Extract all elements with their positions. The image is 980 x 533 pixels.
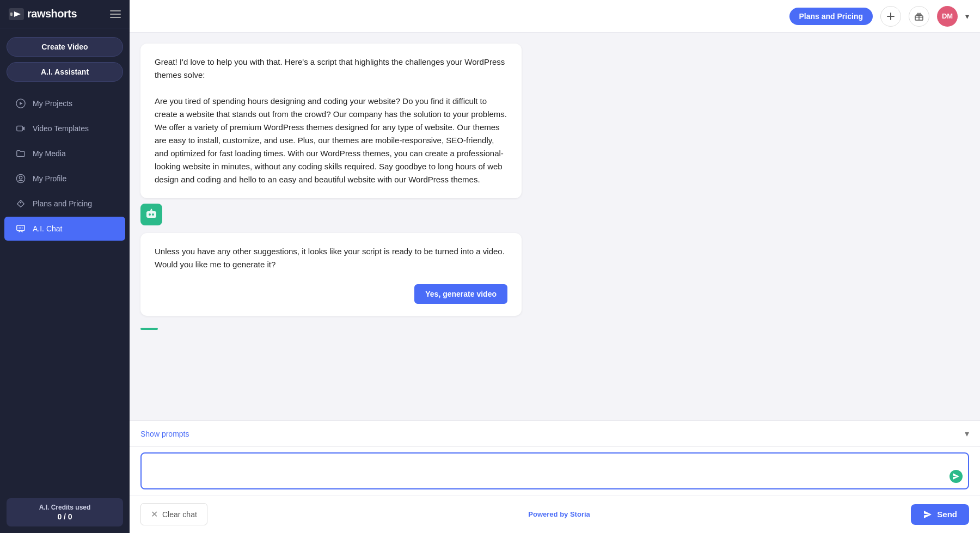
svg-point-12 bbox=[20, 228, 21, 229]
folder-icon bbox=[15, 148, 26, 159]
ai-chat-icon bbox=[15, 223, 26, 234]
svg-point-24 bbox=[151, 209, 152, 210]
svg-rect-20 bbox=[146, 211, 156, 218]
sidebar: rawshorts Create Video A.I. Assistant My… bbox=[0, 0, 130, 533]
send-label: Send bbox=[937, 510, 957, 519]
generate-video-button[interactable]: Yes, generate video bbox=[414, 284, 507, 304]
ai-assistant-button[interactable]: A.I. Assistant bbox=[7, 62, 123, 82]
credits-value: 0 / 0 bbox=[14, 512, 115, 521]
chevron-down-icon[interactable]: ▾ bbox=[965, 12, 969, 21]
sidebar-item-label: My Projects bbox=[33, 99, 72, 108]
create-video-button[interactable]: Create Video bbox=[7, 37, 123, 57]
send-button[interactable]: Send bbox=[911, 504, 969, 525]
chat-container[interactable]: Great! I'd love to help you with that. H… bbox=[130, 33, 980, 420]
input-area bbox=[130, 446, 980, 495]
svg-point-11 bbox=[19, 228, 20, 229]
ai-indicator-bar bbox=[140, 328, 158, 330]
logo-icon bbox=[9, 8, 24, 20]
chat-message-2: Unless you have any other suggestions, i… bbox=[140, 233, 522, 316]
powered-by-brand: Storia bbox=[570, 510, 590, 518]
main: Plans and Pricing DM ▾ Great! I'd love t… bbox=[130, 0, 980, 533]
hamburger-icon[interactable] bbox=[110, 10, 121, 18]
credits-box: A.I. Credits used 0 / 0 bbox=[7, 498, 123, 526]
sidebar-item-my-profile[interactable]: My Profile bbox=[4, 167, 125, 191]
sidebar-item-label: Video Templates bbox=[33, 124, 89, 133]
chat-message-1: Great! I'd love to help you with that. H… bbox=[140, 44, 522, 198]
svg-point-9 bbox=[20, 202, 22, 204]
tag-icon bbox=[15, 198, 26, 209]
plans-pricing-button[interactable]: Plans and Pricing bbox=[789, 8, 873, 25]
powered-by: Powered by Storia bbox=[528, 510, 590, 518]
logo-text: rawshorts bbox=[27, 8, 77, 20]
svg-rect-2 bbox=[10, 13, 13, 16]
add-button[interactable] bbox=[880, 6, 901, 27]
show-prompts-bar[interactable]: Show prompts ▾ bbox=[130, 420, 980, 446]
x-icon: ✕ bbox=[151, 509, 158, 519]
sidebar-header: rawshorts bbox=[0, 0, 130, 28]
play-circle-icon bbox=[15, 98, 26, 109]
send-icon bbox=[950, 470, 963, 483]
clear-chat-label: Clear chat bbox=[162, 510, 197, 519]
bottom-bar: ✕ Clear chat Powered by Storia Send bbox=[130, 495, 980, 533]
clear-chat-button[interactable]: ✕ Clear chat bbox=[140, 503, 207, 525]
chat-input-wrapper bbox=[140, 452, 969, 489]
sidebar-item-label: My Profile bbox=[33, 174, 66, 183]
bot-avatar-1 bbox=[140, 204, 162, 225]
powered-by-text: Powered by bbox=[528, 510, 568, 518]
sidebar-item-my-media[interactable]: My Media bbox=[4, 142, 125, 166]
sidebar-item-label: My Media bbox=[33, 149, 66, 158]
video-icon bbox=[15, 123, 26, 134]
sidebar-item-ai-chat[interactable]: A.I. Chat bbox=[4, 217, 125, 241]
svg-rect-5 bbox=[17, 126, 23, 131]
topbar: Plans and Pricing DM ▾ bbox=[130, 0, 980, 33]
sidebar-item-plans-and-pricing[interactable]: Plans and Pricing bbox=[4, 192, 125, 216]
sidebar-item-label: A.I. Chat bbox=[33, 224, 62, 233]
sidebar-item-my-projects[interactable]: My Projects bbox=[4, 91, 125, 115]
chat-message-1-text: Great! I'd love to help you with that. H… bbox=[155, 57, 507, 184]
svg-point-8 bbox=[19, 176, 22, 179]
gift-button[interactable] bbox=[909, 6, 929, 27]
sidebar-nav: My Projects Video Templates My Media My … bbox=[0, 86, 130, 492]
svg-point-21 bbox=[149, 213, 151, 216]
logo-area: rawshorts bbox=[9, 8, 77, 20]
show-prompts-label: Show prompts bbox=[140, 430, 189, 438]
sidebar-item-label: Plans and Pricing bbox=[33, 199, 92, 208]
avatar-button[interactable]: DM bbox=[937, 6, 958, 27]
credits-title: A.I. Credits used bbox=[14, 504, 115, 511]
sidebar-buttons: Create Video A.I. Assistant bbox=[0, 28, 130, 86]
chat-message-2-text: Unless you have any other suggestions, i… bbox=[155, 247, 505, 269]
sidebar-item-video-templates[interactable]: Video Templates bbox=[4, 117, 125, 140]
user-circle-icon bbox=[15, 173, 26, 184]
svg-marker-4 bbox=[20, 102, 22, 105]
svg-point-22 bbox=[152, 213, 154, 216]
chevron-down-icon: ▾ bbox=[965, 428, 969, 439]
chat-input[interactable] bbox=[142, 454, 968, 486]
svg-point-13 bbox=[22, 228, 23, 229]
